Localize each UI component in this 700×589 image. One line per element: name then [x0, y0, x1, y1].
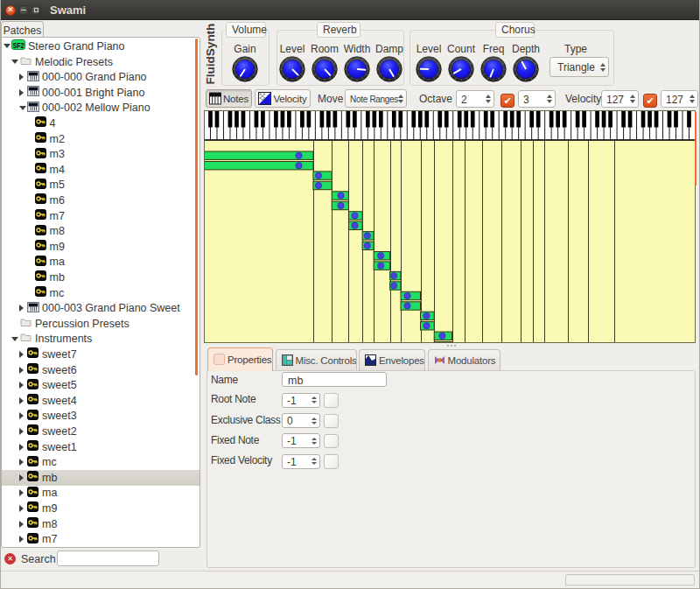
expander-down-icon[interactable] [19, 106, 26, 110]
tree-row-mb[interactable]: mb [2, 470, 200, 486]
chorus-depth-knob[interactable] [513, 56, 539, 82]
tree-row-ma[interactable]: ma [2, 486, 200, 501]
tree-row-m9[interactable]: m9 [2, 239, 200, 255]
tree-row-sweet7[interactable]: sweet7 [2, 347, 200, 362]
expander-right-icon[interactable] [19, 305, 24, 312]
expander-right-icon[interactable] [19, 536, 24, 543]
splitter-grip[interactable] [454, 345, 456, 347]
note-range-canvas[interactable] [204, 110, 696, 343]
tree-row-sweet6[interactable]: sweet6 [2, 362, 200, 378]
tree-row-000-001-bright-piano[interactable]: 000-001 Bright Piano [2, 85, 200, 101]
expander-right-icon[interactable] [19, 489, 24, 496]
expander-right-icon[interactable] [19, 74, 24, 81]
tree-row-ma[interactable]: ma [2, 255, 200, 270]
search-clear-icon[interactable]: ✕ [4, 553, 16, 564]
expander-right-icon[interactable] [19, 505, 24, 512]
canvas-scrollbar[interactable] [695, 112, 697, 186]
tree-row-mc[interactable]: mc [2, 285, 200, 301]
fixed-note-spinner[interactable]: -1 [282, 433, 320, 448]
tree-row-m7[interactable]: m7 [2, 531, 200, 547]
tree-row-mb[interactable]: mb [2, 270, 200, 285]
reverb-room-knob[interactable] [312, 56, 338, 82]
tab-patches[interactable]: Patches [1, 21, 44, 38]
tree-row-m2[interactable]: m2 [2, 131, 200, 147]
tree-row-m9[interactable]: m9 [2, 501, 200, 516]
search-input[interactable] [57, 550, 159, 566]
chorus-count-knob[interactable] [448, 56, 474, 82]
velocity-low-spinner[interactable]: 127 [601, 90, 639, 108]
reverb-width-knob[interactable] [344, 56, 370, 82]
expander-right-icon[interactable] [19, 459, 24, 466]
tree-row-m5[interactable]: m5 [2, 178, 200, 193]
expander-right-icon[interactable] [19, 412, 24, 419]
tree-row-sweet5[interactable]: sweet5 [2, 377, 200, 393]
tab-misc-controls[interactable]: Misc. Controls [276, 349, 357, 371]
tab-envelopes[interactable]: Envelopes [359, 349, 425, 371]
chorus-level-knob[interactable] [416, 56, 442, 82]
tree-row-mc[interactable]: mc [2, 454, 200, 470]
tree-row-sweet2[interactable]: sweet2 [2, 424, 200, 439]
tree-row-melodic-presets[interactable]: Melodic Presets [2, 54, 200, 70]
name-input[interactable]: mb [282, 372, 387, 387]
notes-toggle-button[interactable]: Notes [206, 89, 252, 108]
tree-row-percussion-presets[interactable]: Percussion Presets [2, 316, 200, 332]
move-mode-select[interactable]: Note Ranges [345, 89, 407, 108]
tree-row-stereo-grand-piano[interactable]: SF2Stereo Grand Piano [2, 39, 200, 54]
tree-row-000-002-mellow-piano[interactable]: 000-002 Mellow Piano [2, 101, 200, 116]
expander-right-icon[interactable] [19, 428, 24, 435]
expander-right-icon[interactable] [19, 474, 24, 481]
tree-row-000-000-grand-piano[interactable]: 000-000 Grand Piano [2, 69, 200, 85]
chorus-freq-knob[interactable] [480, 56, 507, 82]
expander-right-icon[interactable] [19, 444, 24, 451]
tree-row-m7[interactable]: m7 [2, 208, 200, 224]
splitter-grip[interactable] [447, 345, 449, 347]
fixed-velocity-spinner[interactable]: -1 [282, 454, 320, 469]
reverb-level-knob[interactable] [279, 56, 305, 82]
tab-properties[interactable]: Properties [207, 347, 273, 371]
octave-low-spinner[interactable]: 2 [456, 90, 494, 108]
tree-row-m6[interactable]: m6 [2, 193, 200, 208]
tab-modulators[interactable]: Modulators [428, 349, 500, 371]
minimize-button[interactable] [18, 5, 29, 16]
maximize-button[interactable] [31, 5, 41, 16]
tree-row-000-003-grand-piano-sweet[interactable]: 000-003 Grand Piano Sweet [2, 300, 200, 316]
expander-down-icon[interactable] [11, 337, 18, 341]
velocity-toggle-button[interactable]: Velocity [255, 89, 311, 108]
tree-row-m8[interactable]: m8 [2, 223, 200, 239]
velocity-high-spinner[interactable]: 127 [661, 90, 698, 108]
tree-row-m8[interactable]: m8 [2, 516, 200, 532]
tree-row-instruments[interactable]: Instruments [2, 332, 200, 347]
patch-tree[interactable]: SF2Stereo Grand PianoMelodic Presets000-… [1, 37, 200, 548]
close-button[interactable]: ✕ [5, 5, 16, 16]
fixed-note-picker-button[interactable] [324, 434, 339, 449]
tree-scrollbar[interactable] [195, 39, 198, 375]
tree-row-label: 000-002 Mellow Piano [42, 102, 150, 114]
chorus-type-select[interactable]: Triangle [550, 57, 609, 77]
expander-right-icon[interactable] [19, 382, 24, 389]
expander-down-icon[interactable] [11, 60, 18, 64]
tree-row-sweet4[interactable]: sweet4 [2, 393, 200, 409]
octave-high-spinner[interactable]: 3 [518, 90, 556, 108]
root-note-spinner[interactable]: -1 [282, 393, 320, 408]
expander-right-icon[interactable] [19, 521, 24, 528]
velocity-link-checkbox[interactable]: ✔ [643, 94, 657, 108]
root-note-picker-button[interactable] [324, 393, 339, 408]
tree-row-label: m8 [42, 518, 57, 530]
expander-right-icon[interactable] [19, 89, 24, 96]
tree-row-m4[interactable]: m4 [2, 162, 200, 178]
reverb-damp-knob[interactable] [376, 56, 402, 82]
tree-row-4[interactable]: 4 [2, 116, 200, 131]
expander-right-icon[interactable] [19, 367, 24, 374]
expander-right-icon[interactable] [19, 397, 24, 404]
splitter-grip[interactable] [451, 345, 452, 347]
tree-row-sweet3[interactable]: sweet3 [2, 409, 200, 424]
fixed-velocity-picker-button[interactable] [324, 454, 339, 469]
tree-row-m3[interactable]: m3 [2, 146, 200, 162]
exclusive-class-picker-button[interactable] [324, 414, 339, 429]
expander-right-icon[interactable] [19, 351, 24, 358]
tree-row-sweet1[interactable]: sweet1 [2, 439, 200, 455]
octave-link-checkbox[interactable]: ✔ [500, 94, 514, 108]
expander-down-icon[interactable] [4, 44, 10, 48]
volume-gain-knob[interactable] [232, 56, 258, 82]
exclusive-class-spinner[interactable]: 0 [282, 413, 320, 428]
